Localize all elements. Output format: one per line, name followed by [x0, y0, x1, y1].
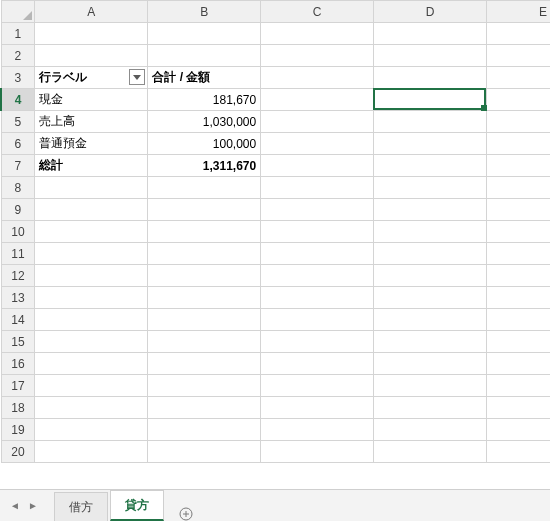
- cell-D5[interactable]: [374, 111, 487, 133]
- cell-C18[interactable]: [261, 397, 374, 419]
- cell-B10[interactable]: [148, 221, 261, 243]
- col-header-B[interactable]: B: [148, 1, 261, 23]
- add-sheet-button[interactable]: [172, 507, 200, 521]
- cell-A10[interactable]: [35, 221, 148, 243]
- cell-E8[interactable]: [487, 177, 550, 199]
- cell-A12[interactable]: [35, 265, 148, 287]
- cell-D3[interactable]: [374, 67, 487, 89]
- row-header-2[interactable]: 2: [1, 45, 35, 67]
- cell-B15[interactable]: [148, 331, 261, 353]
- cell-D4[interactable]: [374, 89, 487, 111]
- cell-B6[interactable]: 100,000: [148, 133, 261, 155]
- cell-A1[interactable]: [35, 23, 148, 45]
- cell-E18[interactable]: [487, 397, 550, 419]
- cell-B8[interactable]: [148, 177, 261, 199]
- cell-B3[interactable]: 合計 / 金額: [148, 67, 261, 89]
- cell-A4[interactable]: 現金: [35, 89, 148, 111]
- cell-E3[interactable]: [487, 67, 550, 89]
- cell-B9[interactable]: [148, 199, 261, 221]
- cell-E10[interactable]: [487, 221, 550, 243]
- cell-A9[interactable]: [35, 199, 148, 221]
- cell-D6[interactable]: [374, 133, 487, 155]
- cell-C20[interactable]: [261, 441, 374, 463]
- cell-E4[interactable]: [487, 89, 550, 111]
- cell-B17[interactable]: [148, 375, 261, 397]
- sheet-tab-1[interactable]: 貸方: [110, 490, 164, 521]
- col-header-D[interactable]: D: [374, 1, 487, 23]
- cell-A7[interactable]: 総計: [35, 155, 148, 177]
- cell-B5[interactable]: 1,030,000: [148, 111, 261, 133]
- row-header-16[interactable]: 16: [1, 353, 35, 375]
- row-header-15[interactable]: 15: [1, 331, 35, 353]
- cell-B4[interactable]: 181,670: [148, 89, 261, 111]
- cell-E14[interactable]: [487, 309, 550, 331]
- cell-E7[interactable]: [487, 155, 550, 177]
- cell-B16[interactable]: [148, 353, 261, 375]
- cell-E6[interactable]: [487, 133, 550, 155]
- cell-C3[interactable]: [261, 67, 374, 89]
- cell-B20[interactable]: [148, 441, 261, 463]
- cell-A15[interactable]: [35, 331, 148, 353]
- row-header-9[interactable]: 9: [1, 199, 35, 221]
- cell-B7[interactable]: 1,311,670: [148, 155, 261, 177]
- cell-C1[interactable]: [261, 23, 374, 45]
- col-header-C[interactable]: C: [261, 1, 374, 23]
- cell-C6[interactable]: [261, 133, 374, 155]
- cell-E9[interactable]: [487, 199, 550, 221]
- col-header-A[interactable]: A: [35, 1, 148, 23]
- cell-A17[interactable]: [35, 375, 148, 397]
- cell-B1[interactable]: [148, 23, 261, 45]
- cell-A16[interactable]: [35, 353, 148, 375]
- row-header-3[interactable]: 3: [1, 67, 35, 89]
- cell-D19[interactable]: [374, 419, 487, 441]
- cell-E16[interactable]: [487, 353, 550, 375]
- worksheet-area[interactable]: A B C D E 123行ラベル合計 / 金額4現金181,6705売上高1,…: [0, 0, 550, 489]
- cell-B13[interactable]: [148, 287, 261, 309]
- sheet-tab-0[interactable]: 借方: [54, 492, 108, 521]
- cell-C13[interactable]: [261, 287, 374, 309]
- cell-B12[interactable]: [148, 265, 261, 287]
- cell-E11[interactable]: [487, 243, 550, 265]
- row-header-8[interactable]: 8: [1, 177, 35, 199]
- cell-D18[interactable]: [374, 397, 487, 419]
- cell-A19[interactable]: [35, 419, 148, 441]
- cell-D1[interactable]: [374, 23, 487, 45]
- cell-C8[interactable]: [261, 177, 374, 199]
- cell-C19[interactable]: [261, 419, 374, 441]
- cell-C15[interactable]: [261, 331, 374, 353]
- cell-D11[interactable]: [374, 243, 487, 265]
- row-header-14[interactable]: 14: [1, 309, 35, 331]
- cell-A18[interactable]: [35, 397, 148, 419]
- row-header-4[interactable]: 4: [1, 89, 35, 111]
- cell-C9[interactable]: [261, 199, 374, 221]
- cell-D20[interactable]: [374, 441, 487, 463]
- col-header-E[interactable]: E: [487, 1, 550, 23]
- cell-D14[interactable]: [374, 309, 487, 331]
- cell-B2[interactable]: [148, 45, 261, 67]
- tab-next-icon[interactable]: ►: [28, 500, 38, 511]
- cell-E1[interactable]: [487, 23, 550, 45]
- cell-A5[interactable]: 売上高: [35, 111, 148, 133]
- row-header-11[interactable]: 11: [1, 243, 35, 265]
- cell-E12[interactable]: [487, 265, 550, 287]
- cell-C2[interactable]: [261, 45, 374, 67]
- row-header-10[interactable]: 10: [1, 221, 35, 243]
- row-header-19[interactable]: 19: [1, 419, 35, 441]
- row-header-6[interactable]: 6: [1, 133, 35, 155]
- cell-C12[interactable]: [261, 265, 374, 287]
- cell-A14[interactable]: [35, 309, 148, 331]
- pivot-filter-button[interactable]: [129, 69, 145, 85]
- cell-A6[interactable]: 普通預金: [35, 133, 148, 155]
- cell-C14[interactable]: [261, 309, 374, 331]
- cell-E15[interactable]: [487, 331, 550, 353]
- select-all-corner[interactable]: [1, 1, 35, 23]
- row-header-20[interactable]: 20: [1, 441, 35, 463]
- row-header-17[interactable]: 17: [1, 375, 35, 397]
- cell-C11[interactable]: [261, 243, 374, 265]
- cell-A3[interactable]: 行ラベル: [35, 67, 148, 89]
- cell-D10[interactable]: [374, 221, 487, 243]
- cell-D9[interactable]: [374, 199, 487, 221]
- cell-D17[interactable]: [374, 375, 487, 397]
- row-header-12[interactable]: 12: [1, 265, 35, 287]
- cell-E5[interactable]: [487, 111, 550, 133]
